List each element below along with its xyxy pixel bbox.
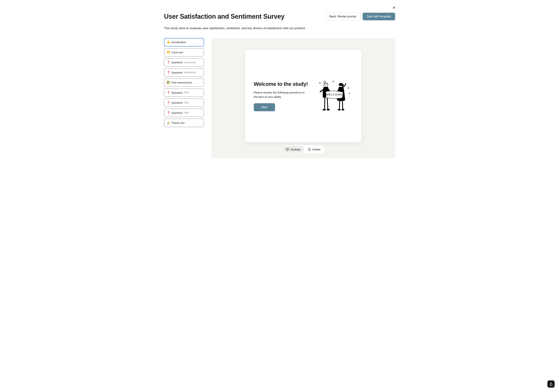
step-card-1[interactable]: 🗂️Card sort [164,48,204,57]
step-emoji-icon: 👋 [167,41,170,44]
step-card-6[interactable]: ❓QuestionText [164,98,204,107]
step-label: Question [171,71,183,74]
device-desktop-label: Desktop [290,148,300,151]
header: User Satisfaction and Sentiment Survey B… [164,13,395,20]
device-toggle: Desktop Mobile [281,145,325,153]
study-description: This study aims to evaluate user satisfa… [164,27,395,30]
close-icon [392,6,396,9]
step-label: Thank you [171,121,185,124]
step-emoji-icon: 🗂️ [167,51,170,54]
preview-panel: Welcome to the study! Please answer the … [211,38,395,158]
step-label: Introduction [171,41,186,44]
step-label: Question [171,111,183,114]
step-subtype: Numerical [184,71,196,74]
svg-point-6 [323,109,326,110]
preview-card: Welcome to the study! Please answer the … [245,50,361,142]
svg-point-10 [342,85,342,86]
step-card-5[interactable]: ❓QuestionText [164,89,204,97]
svg-point-5 [326,85,327,85]
svg-point-9 [340,85,340,86]
step-emoji-icon: ❓ [167,61,170,64]
step-label: Question [171,101,183,104]
svg-point-4 [325,85,325,85]
welcome-title: Welcome to the study! [254,81,311,87]
welcome-body: Please answer the following questions to… [254,90,307,99]
flask-icon [549,382,553,386]
svg-point-2 [348,88,349,88]
step-card-8[interactable]: 🙏Thank you [164,119,204,127]
step-card-7[interactable]: ❓QuestionText [164,109,204,117]
step-label: Question [171,91,183,94]
step-subtype: Text [184,91,189,94]
desktop-icon [286,148,289,151]
svg-point-3 [324,83,328,87]
step-emoji-icon: ❓ [167,91,170,94]
mobile-icon [308,148,311,151]
svg-rect-1 [333,81,334,82]
step-card-4[interactable]: 🖼️Five second test [164,78,204,87]
welcome-text-block: Welcome to the study! Please answer the … [254,81,311,111]
start-template-button[interactable]: Start with template [363,13,395,20]
step-label: Five second test [171,81,192,84]
step-emoji-icon: 🖼️ [167,81,170,84]
step-subtype: Text [184,111,189,114]
step-emoji-icon: 🙏 [167,121,170,124]
steps-sidebar: 👋Introduction🗂️Card sort❓QuestionNumeric… [164,38,204,127]
svg-point-15 [309,150,309,150]
step-subtype: Numerical [184,61,196,64]
header-actions: Back: Revise prompt Start with template [325,13,395,20]
step-card-3[interactable]: ❓QuestionNumerical [164,68,204,77]
svg-point-0 [319,83,320,83]
step-label: Question [171,61,183,64]
svg-rect-13 [286,148,289,150]
welcome-illustration: WELCOME [316,78,353,114]
step-emoji-icon: ❓ [167,71,170,74]
lab-fab-button[interactable] [547,380,555,388]
step-emoji-icon: ❓ [167,111,170,114]
back-revise-button[interactable]: Back: Revise prompt [325,13,360,20]
device-mobile-label: Mobile [312,148,320,151]
device-mobile-button[interactable]: Mobile [304,146,324,153]
step-label: Card sort [171,51,183,54]
step-subtype: Text [184,101,189,104]
step-card-2[interactable]: ❓QuestionNumerical [164,58,204,67]
start-button[interactable]: Start [254,103,275,111]
svg-point-11 [338,109,341,110]
page-title: User Satisfaction and Sentiment Survey [164,13,285,20]
step-emoji-icon: ❓ [167,101,170,104]
svg-point-12 [342,109,344,110]
illustration-banner-text: WELCOME [326,93,343,96]
close-button[interactable] [391,5,397,10]
step-card-0[interactable]: 👋Introduction [164,38,204,46]
device-desktop-button[interactable]: Desktop [282,146,304,153]
svg-point-7 [327,109,330,110]
